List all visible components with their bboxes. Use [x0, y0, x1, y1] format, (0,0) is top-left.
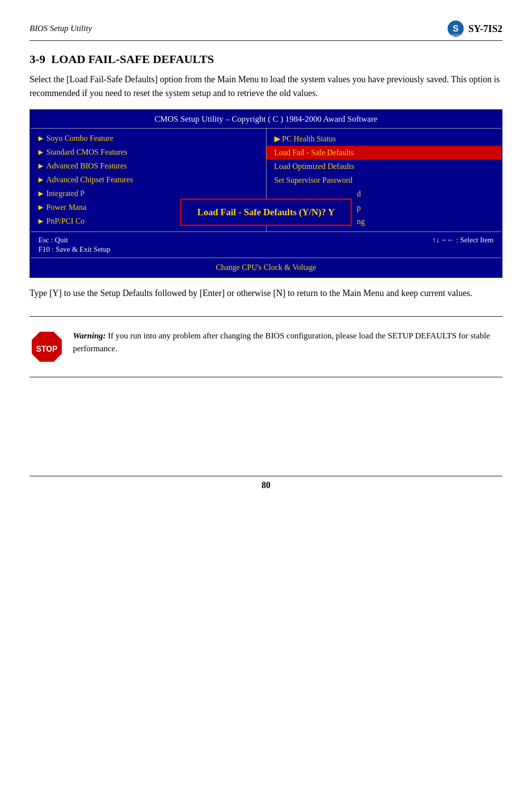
- bios-menu-advanced-chipset[interactable]: ▶ Advanced Chipset Features: [31, 173, 266, 187]
- svg-text:STOP: STOP: [36, 345, 58, 353]
- svg-text:S: S: [453, 24, 459, 33]
- bios-right-load-optimized[interactable]: Load Optimized Defaults: [266, 160, 502, 173]
- warning-bold: Warning:: [73, 331, 106, 340]
- after-text: Type [Y] to use the Setup Defaults follo…: [30, 287, 502, 300]
- arrow-icon: ▶: [38, 203, 43, 211]
- bios-f10-save: F10 : Save & Exit Setup: [38, 245, 110, 254]
- bios-right-pc-health[interactable]: ▶ PC Health Status: [266, 132, 502, 146]
- soyo-logo-icon: S SOYO: [447, 20, 465, 37]
- warning-text: Warning: If you run into any problem aft…: [73, 330, 502, 356]
- bios-menu-standard-cmos[interactable]: ▶ Standard CMOS Features: [31, 145, 266, 159]
- bios-right-load-failsafe[interactable]: Load Fail - Safe Defaults: [266, 146, 502, 160]
- page-number: 80: [30, 476, 502, 491]
- header-title: BIOS Setup Utility: [30, 24, 92, 33]
- arrow-icon: ▶: [38, 134, 43, 142]
- arrow-icon: ▶: [38, 217, 43, 225]
- arrow-icon: ▶: [38, 148, 43, 156]
- bios-title-bar: CMOS Setup Utility – Copyright ( C ) 198…: [31, 110, 501, 129]
- bios-dialog: Load Fail - Safe Defaults (Y/N)? Y: [180, 199, 352, 226]
- bios-footer-left: Esc : Quit F10 : Save & Exit Setup: [38, 236, 110, 254]
- arrow-icon: ▶: [38, 176, 43, 184]
- bios-right-supervisor-password[interactable]: Set Supervisor Password: [266, 173, 502, 187]
- bios-bottom-bar: Change CPU's Clock & Voltage: [31, 258, 501, 277]
- page-header: BIOS Setup Utility S SOYO SY-7IS2: [30, 20, 502, 41]
- stop-icon: STOP: [30, 330, 64, 364]
- section-heading: 3-9 LOAD FAIL-SAFE DEFAULTS: [30, 53, 502, 66]
- arrow-icon: ▶: [38, 162, 43, 170]
- bios-menu-advanced-bios[interactable]: ▶ Advanced BIOS Features: [31, 159, 266, 173]
- header-right: S SOYO SY-7IS2: [447, 20, 502, 37]
- arrow-icon: ▶: [38, 190, 43, 198]
- bios-menu-soyo-combo[interactable]: ▶ Soyo Combo Feature: [31, 132, 266, 145]
- bios-esc-quit: Esc : Quit: [38, 236, 110, 244]
- intro-text: Select the [Load Fail-Safe Defaults] opt…: [30, 73, 502, 100]
- warning-box: STOP Warning: If you run into any proble…: [30, 325, 502, 369]
- bios-footer: Esc : Quit F10 : Save & Exit Setup ↑↓→← …: [31, 232, 501, 258]
- divider-bottom: [30, 377, 502, 377]
- svg-text:SOYO: SOYO: [451, 33, 460, 36]
- bios-screen: CMOS Setup Utility – Copyright ( C ) 198…: [30, 109, 502, 278]
- divider-top: [30, 316, 502, 317]
- header-model: SY-7IS2: [468, 23, 502, 34]
- page-footer-area: 80: [30, 476, 502, 491]
- bios-footer-right: ↑↓→← : Select Item: [432, 236, 494, 244]
